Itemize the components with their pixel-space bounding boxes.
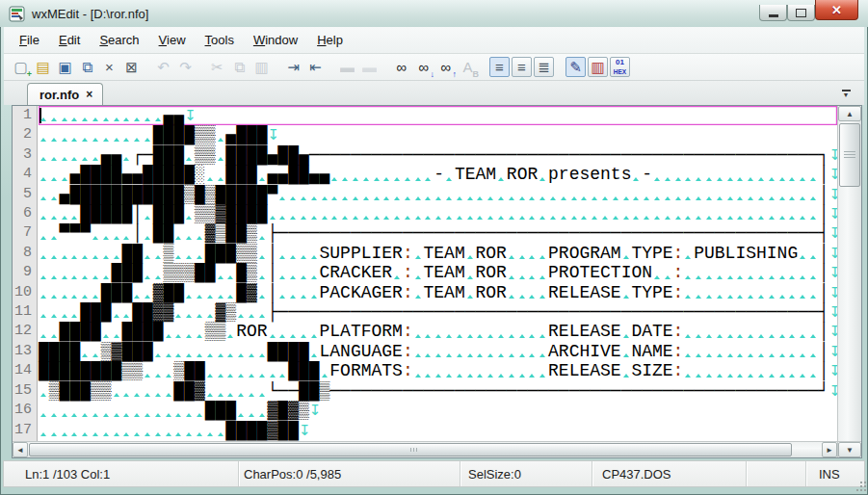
text-area[interactable]: ▄▄↧████▒▒▄███↧▄▄┌─███▒▒████▄██▄─────────…	[38, 106, 837, 441]
line-number: 4	[13, 165, 37, 184]
newline-marker-icon: ↧	[829, 145, 837, 165]
tab-ror-nfo[interactable]: ror.nfo ×	[27, 83, 103, 105]
tab-list-dropdown-button[interactable]: ▼	[837, 86, 855, 100]
hex-mode-icon[interactable]: 01HEX	[610, 57, 630, 77]
scroll-up-button[interactable]: ▲	[838, 106, 861, 121]
status-selsize: SelSize:0	[460, 461, 592, 486]
line-number: 17	[13, 421, 37, 440]
line-number: 15	[13, 381, 37, 401]
menu-item-file[interactable]: File	[10, 28, 49, 52]
editor-line-13[interactable]: ████▒▓███████LANGUAGE:ARCHIVENAME:│↧	[39, 342, 837, 361]
line-number: 16	[13, 401, 37, 420]
minimize-icon	[769, 14, 778, 17]
editor-line-2[interactable]: ████▒▒▄███↧	[39, 125, 837, 144]
newline-marker-icon: ↧	[829, 263, 837, 282]
minimize-button[interactable]	[759, 5, 787, 21]
line-number: 13	[13, 342, 37, 361]
line-number: 7	[13, 223, 37, 243]
editor-line-6[interactable]: █████│███▒▒▓████│↧	[39, 204, 837, 223]
editor-line-3[interactable]: ▄▄┌─███▒▒████▄██▄───────────────────────…	[39, 145, 837, 165]
menu-item-help[interactable]: Help	[307, 28, 353, 52]
menu-item-window[interactable]: Window	[244, 28, 307, 52]
wrap-none-icon[interactable]: ≡	[489, 57, 510, 77]
menu-item-view[interactable]: View	[149, 28, 196, 52]
save-all-icon[interactable]: ⧉	[77, 57, 97, 77]
newline-marker-icon: ↧	[829, 165, 837, 184]
newline-marker-icon: ↧	[829, 342, 837, 361]
find-previous-icon[interactable]: ∞↑	[435, 57, 456, 77]
horizontal-scrollbar-thumb[interactable]	[29, 443, 792, 456]
undo-icon[interactable]: ↶	[153, 57, 173, 77]
paste-icon[interactable]: ▥	[251, 57, 272, 77]
vertical-scrollbar[interactable]: ▲	[837, 106, 861, 441]
app-icon	[9, 6, 25, 22]
newline-marker-icon: ↧	[299, 421, 309, 440]
tab-close-icon[interactable]: ×	[86, 88, 92, 101]
find-icon[interactable]: ∞	[391, 57, 411, 77]
newline-marker-icon: ↧	[829, 322, 837, 341]
arrow-right-icon: ►	[826, 446, 833, 455]
line-number-gutter: 1234567891011121314151617	[13, 106, 38, 441]
menu-item-search[interactable]: Search	[90, 28, 148, 52]
line-number: 10	[13, 283, 37, 302]
editor-panel: 1234567891011121314151617 ▄▄↧████▒▒▄███↧…	[12, 105, 862, 458]
scroll-down-button[interactable]: ▼	[838, 442, 861, 457]
menu-item-edit[interactable]: Edit	[49, 28, 90, 52]
comment-icon[interactable]: ▬	[337, 57, 357, 77]
horizontal-scrollbar[interactable]: ◄ ►	[13, 441, 837, 457]
newline-marker-icon: ↧	[829, 361, 837, 380]
editor-line-8[interactable]: ██▒███▒▒│SUPPLIER:TEAMRORPROGRAMTYPE:PUB…	[39, 244, 837, 263]
editor-line-10[interactable]: ███▓███▓│PACKAGER:TEAMRORRELEASETYPE:│↧	[39, 283, 837, 302]
status-charpos: CharPos:0 /5,985	[239, 461, 460, 486]
newline-marker-icon: ↧	[829, 223, 837, 243]
editor-line-5[interactable]: ▄███████████▒█▒█████▀│↧	[39, 185, 837, 204]
find-next-icon[interactable]: ∞↓	[413, 57, 434, 77]
editor-line-9[interactable]: ███▒▒▒███▒│CRACKER:TEAMRORPROTECTION:│↧	[39, 263, 837, 282]
editor-line-15[interactable]: ▒███▒▒██▓└──██▒─────────────────────────…	[39, 381, 837, 401]
redo-icon[interactable]: ↷	[175, 57, 196, 77]
newline-marker-icon: ↧	[184, 106, 195, 125]
editor-line-1[interactable]: ▄▄↧	[39, 106, 837, 125]
line-number: 1	[13, 106, 37, 125]
new-file-icon[interactable]: ▢+	[11, 57, 31, 77]
replace-icon[interactable]: AB	[458, 57, 478, 77]
editor-line-14[interactable]: ████████▒▒▒█████FORMATS:RELEASESIZE:│↧	[39, 361, 837, 380]
close-file-icon[interactable]: ×	[99, 57, 119, 77]
scroll-right-button[interactable]: ►	[822, 442, 837, 457]
unindent-icon[interactable]: ⇤	[305, 57, 326, 77]
newline-marker-icon: ↧	[829, 302, 837, 322]
editor-line-7[interactable]: ▀▀▀│██▓▒██▒├────────────────────────────…	[39, 223, 837, 243]
line-number: 8	[13, 244, 37, 263]
editor-line-16[interactable]: ███▓█▓▒↧	[39, 401, 837, 420]
line-number: 5	[13, 185, 37, 204]
editor-line-11[interactable]: █████▓▓▓▒├──────────────────────────────…	[39, 302, 837, 322]
wrap-by-window-icon[interactable]: ≡	[512, 57, 532, 77]
open-file-icon[interactable]: ▤	[33, 57, 53, 77]
arrow-up-icon: ▲	[846, 110, 854, 118]
maximize-button[interactable]	[787, 5, 815, 21]
menu-bar: FileEditSearchViewToolsWindowHelp	[4, 27, 864, 54]
indent-icon[interactable]: ⇥	[283, 57, 303, 77]
menu-item-tools[interactable]: Tools	[196, 28, 244, 52]
line-number: 2	[13, 125, 37, 144]
uncomment-icon[interactable]: ▬	[359, 57, 380, 77]
scroll-left-button[interactable]: ◄	[13, 442, 28, 457]
copy-icon[interactable]: ⧉	[229, 57, 250, 77]
cut-icon[interactable]: ✂	[207, 57, 227, 77]
save-file-icon[interactable]: ▣	[55, 57, 75, 77]
editor-line-12[interactable]: ████████▒▒RORPLATFORM:RELEASEDATE:│↧	[39, 322, 837, 341]
status-cursor-position: Ln:1 /103 Col:1	[4, 461, 239, 486]
wrap-by-column-icon[interactable]: ≣	[534, 57, 554, 77]
tab-bar: ror.nfo × ▼	[4, 81, 864, 105]
editor-line-4[interactable]: ▄████▄▄█████░███▄▄██▄▄-TEAMRORpresents-│…	[39, 165, 837, 184]
title-bar[interactable]: wxMEdit - [D:\ror.nfo] ✕	[0, 0, 868, 27]
line-number: 3	[13, 145, 37, 165]
status-insert-mode: INS	[806, 461, 864, 486]
editor-line-17[interactable]: ████▓██↧	[39, 421, 837, 440]
vertical-scrollbar-thumb[interactable]	[839, 123, 860, 187]
text-mode-icon[interactable]: ✎	[566, 57, 586, 77]
close-button[interactable]: ✕	[815, 0, 858, 20]
column-mode-icon[interactable]: ▥	[588, 57, 608, 77]
close-all-icon[interactable]: ⊠	[121, 57, 142, 77]
resize-grip[interactable]	[860, 482, 862, 483]
